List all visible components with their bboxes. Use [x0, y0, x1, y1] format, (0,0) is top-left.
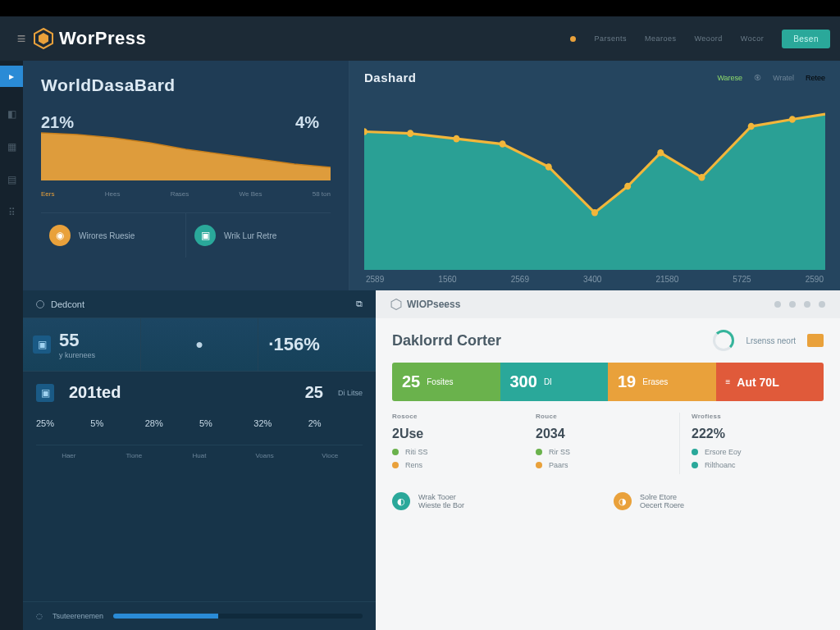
tab[interactable]: Vioce: [297, 445, 363, 466]
panel-world-dashboard: WorldDasaBard 21% 4% Eers Hees Rases We …: [23, 61, 349, 290]
card-label: Wirores Ruesie: [79, 231, 135, 240]
summary-card[interactable]: ◉ Wirores Ruesie: [41, 213, 186, 258]
panel-light: WIOPseess Daklorrd Corter Lrsenss neort …: [376, 290, 840, 630]
axis-tick: 5725: [733, 275, 751, 284]
panel-dedcont: Dedcont ⧉ ▣ 55y kurenees ● ·156%: [23, 290, 376, 630]
nav-link[interactable]: Weoord: [694, 34, 722, 43]
tab[interactable]: Tione: [102, 445, 167, 466]
tile[interactable]: ≡Aut 70L: [716, 363, 824, 401]
col-value: 2034: [536, 427, 668, 441]
col-value: 222%: [692, 427, 824, 441]
window-dots: [774, 301, 825, 308]
stat-value: ·156%: [268, 334, 319, 355]
pct-cell: 25%: [36, 413, 90, 433]
menu-icon[interactable]: ≡: [10, 27, 33, 50]
metric-value: 201ted: [69, 383, 121, 402]
tab[interactable]: Voans: [232, 445, 298, 466]
stat-sub: y kurenees: [59, 351, 95, 359]
main-chart-axis: 2589 1560 2569 3400 21580 5725 2590: [364, 270, 825, 284]
svg-point-10: [698, 174, 705, 181]
nav-link[interactable]: Wocor: [741, 34, 764, 43]
pct-cell: 5%: [199, 413, 253, 433]
expand-icon[interactable]: ⧉: [356, 299, 363, 309]
col-heading: Wrofiess: [692, 413, 824, 420]
panel-subtitle: Lrsenss neort: [746, 336, 796, 345]
svg-point-8: [624, 183, 631, 190]
metric-label: Di Litse: [338, 389, 363, 397]
rail-item[interactable]: ▤: [7, 174, 16, 185]
top-nav: Parsents Mearoes Weoord Wocor Besen: [570, 30, 830, 48]
tab[interactable]: Haer: [36, 445, 102, 466]
axis-tick: 3400: [583, 275, 601, 284]
axis-tick: 58 ton: [313, 190, 331, 198]
stat-cell: ▣ 55y kurenees: [23, 318, 141, 371]
mini-chart-axis: Eers Hees Rases We Bes 58 ton: [41, 187, 331, 198]
rail-item-active[interactable]: ▸: [0, 66, 23, 87]
svg-marker-13: [391, 299, 401, 310]
pct-cell: 2%: [308, 413, 363, 433]
color-tiles: 25Fosites 300DI 19Erases ≡Aut 70L: [392, 363, 824, 401]
logo-hex-icon: [33, 28, 54, 49]
app-header: ≡ WorPress Parsents Mearoes Weoord Wocor…: [0, 16, 840, 61]
axis-tick: We Bes: [240, 190, 262, 198]
card-label: Wrik Lur Retre: [224, 231, 276, 240]
filter-link[interactable]: Warese: [717, 74, 742, 82]
panel-title: Daklorrd Corter: [392, 332, 501, 349]
axis-tick: Eers: [41, 190, 54, 198]
filter-link[interactable]: Retee: [806, 74, 825, 82]
dot-icon: ●: [195, 337, 203, 352]
axis-tick: Rases: [171, 190, 189, 198]
svg-point-9: [657, 149, 664, 157]
summary-card[interactable]: ▣ Wrik Lur Retre: [186, 213, 331, 258]
stat-cell: ·156%: [258, 318, 376, 371]
stat-column: Wrofiess 222% Ersore Eoy Rilthoanc: [679, 413, 824, 474]
mini-area-chart: 21% 4%: [41, 110, 331, 180]
panel-dashard: Dashard Warese ⦿ Wratel Retee: [349, 61, 840, 290]
dot-icon: [392, 449, 399, 455]
folder-icon[interactable]: [807, 334, 824, 347]
tab-row: Haer Tione Huat Voans Vioce: [36, 445, 363, 466]
rail-item[interactable]: ⠿: [8, 207, 16, 218]
dot-icon: [536, 462, 542, 468]
tab[interactable]: Huat: [167, 445, 232, 466]
metric-icon: ▣: [36, 384, 54, 402]
dot-icon: [692, 449, 698, 455]
stat-column: Rosoce 2Use Riti SS Rens: [392, 413, 524, 474]
tile[interactable]: 25Fosites: [392, 363, 500, 401]
left-rail: ▸ ◧ ▦ ▤ ⠿: [0, 61, 23, 630]
tile[interactable]: 300DI: [500, 363, 609, 401]
svg-point-3: [407, 130, 413, 137]
axis-tick: 2569: [511, 275, 529, 284]
tile[interactable]: 19Erases: [608, 363, 716, 401]
metric-row: ▣ 201ted 25 Di Litse: [36, 383, 363, 402]
nav-link[interactable]: Parsents: [594, 34, 627, 43]
gear-icon[interactable]: [36, 300, 44, 308]
stat-icon: ▣: [33, 336, 51, 354]
card-icon: ▣: [194, 225, 216, 246]
panel-title: WorldDasaBard: [41, 75, 331, 95]
progress-bar: [113, 614, 363, 619]
dot-icon: [536, 449, 542, 455]
progress-ring-icon: [713, 330, 734, 351]
axis-tick: Hees: [105, 190, 121, 198]
panel-title: Dashard: [364, 71, 417, 84]
accent-dot-icon: [570, 36, 576, 42]
rail-item[interactable]: ▦: [7, 141, 16, 153]
lines-icon: ≡: [726, 377, 731, 386]
svg-point-7: [591, 209, 598, 217]
chart-filter-links: Warese ⦿ Wratel Retee: [717, 74, 825, 82]
axis-tick: 2589: [366, 275, 384, 284]
filter-link[interactable]: Wratel: [773, 74, 794, 82]
foot-card[interactable]: ◐ Wrak TooerWieste tle Bor: [392, 492, 602, 510]
nav-link[interactable]: Mearoes: [645, 34, 677, 43]
nav-cta-button[interactable]: Besen: [782, 30, 830, 48]
rail-item[interactable]: ◧: [7, 108, 16, 120]
sub-brand: WIOPseess: [390, 299, 460, 310]
brand-title: WorPress: [59, 28, 146, 49]
pct-cell: 5%: [90, 413, 144, 433]
svg-point-12: [789, 116, 796, 123]
foot-card[interactable]: ◑ Solre EtoreOecert Roere: [614, 492, 824, 510]
col-value: 2Use: [392, 427, 524, 441]
logo-hex-icon: [390, 299, 402, 310]
svg-point-5: [500, 140, 506, 148]
